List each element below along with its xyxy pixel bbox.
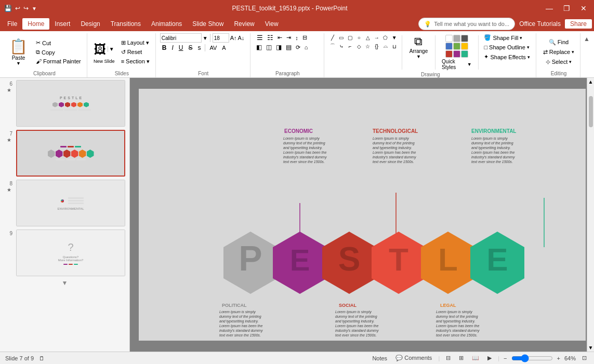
reset-button[interactable]: ↺ Reset: [118, 48, 152, 57]
menu-insert[interactable]: Insert: [49, 18, 75, 30]
arrange-button[interactable]: ⧉ Arrange ▼: [405, 33, 432, 61]
zoom-slider[interactable]: [511, 354, 553, 362]
shape-fill-button[interactable]: 🪣 Shape Fill ▾: [481, 33, 532, 42]
new-slide-dropdown[interactable]: ▼: [108, 46, 114, 52]
convert-smartart[interactable]: ⌂: [303, 44, 310, 51]
line-spacing[interactable]: ↕: [294, 34, 300, 42]
thumb-img-7[interactable]: [16, 130, 125, 177]
scroll-down-arrow[interactable]: ▼: [588, 345, 593, 350]
arrange-dropdown[interactable]: ▼: [416, 54, 421, 59]
find-button[interactable]: 🔍 Find: [546, 38, 571, 47]
shape-2[interactable]: ⌒: [328, 42, 337, 50]
char-spacing-button[interactable]: AV: [207, 44, 219, 51]
replace-button[interactable]: ⇄ Replace ▾: [540, 48, 577, 57]
notes-button[interactable]: Notes: [370, 354, 389, 362]
thumb-img-6[interactable]: P E S T L E: [16, 80, 125, 127]
numbering-button[interactable]: ☷: [266, 33, 275, 42]
indent-increase[interactable]: ⇥: [285, 34, 293, 42]
layout-button[interactable]: ⊞ Layout ▾: [118, 38, 152, 47]
columns-button[interactable]: ⊟: [301, 34, 309, 42]
font-size-decrease[interactable]: A↓: [238, 35, 245, 41]
thumb-scroll-down[interactable]: ▼: [4, 279, 125, 287]
bold-button[interactable]: B: [160, 44, 169, 52]
shape-9[interactable]: ⊔: [390, 42, 399, 50]
section-button[interactable]: ≡ Section ▾: [118, 57, 152, 66]
shape-triangle[interactable]: △: [364, 33, 372, 42]
shape-7[interactable]: {}: [373, 42, 381, 50]
shadow-button[interactable]: s: [195, 44, 203, 52]
fit-window-button[interactable]: ⊡: [580, 354, 589, 362]
redo-icon[interactable]: ↪: [23, 5, 29, 12]
menu-transitions[interactable]: Transitions: [105, 18, 146, 30]
text-direction[interactable]: ⟳: [294, 44, 302, 51]
indent-decrease[interactable]: ⇤: [276, 34, 284, 42]
copy-button[interactable]: ⧉ Copy: [33, 48, 84, 57]
shape-4[interactable]: ⌐: [346, 42, 354, 50]
quick-styles-dropdown[interactable]: ▼: [467, 62, 472, 67]
bullets-button[interactable]: ☰: [255, 33, 265, 42]
menu-animations[interactable]: Animations: [146, 18, 187, 30]
shape-outline-button[interactable]: □ Shape Outline ▾: [481, 43, 532, 51]
shape-pentagon[interactable]: ⬠: [381, 33, 390, 42]
quick-styles-button[interactable]: Quick Styles ▼: [439, 33, 475, 72]
select-button[interactable]: ⊹ Select ▾: [543, 58, 575, 66]
shape-8[interactable]: ⌓: [381, 42, 390, 50]
comments-button[interactable]: 💬 Comments: [393, 354, 434, 362]
slide-thumbnail-9[interactable]: 9 ? Questions?More Information?: [4, 230, 125, 276]
share-button[interactable]: Share: [565, 19, 592, 29]
italic-button[interactable]: I: [169, 44, 175, 52]
menu-file[interactable]: File: [2, 18, 22, 30]
justify-button[interactable]: ▤: [284, 43, 293, 51]
slide-thumbnail-8[interactable]: 8 ★ ENVIRONMENTAL: [4, 180, 125, 226]
underline-button[interactable]: U: [177, 44, 186, 52]
align-center[interactable]: ◫: [265, 43, 273, 51]
slide-thumbnail-6[interactable]: 6 ★ P E S T L E: [4, 80, 125, 127]
menu-review[interactable]: Review: [229, 18, 259, 30]
shape-6[interactable]: ☆: [364, 42, 372, 50]
paste-button[interactable]: 📋 Paste ▼: [5, 36, 32, 68]
menu-home[interactable]: Home: [22, 18, 49, 30]
align-right[interactable]: ◨: [274, 43, 283, 51]
slide-canvas[interactable]: P E S T L E ECONOMIC Lorem Ipsum is sim: [139, 89, 586, 341]
minimize-button[interactable]: —: [543, 3, 556, 14]
shape-rounded-rect[interactable]: ▢: [346, 33, 354, 42]
format-painter-button[interactable]: 🖌 Format Painter: [33, 57, 84, 65]
zoom-in-button[interactable]: +: [557, 355, 560, 361]
thumb-img-9[interactable]: ? Questions?More Information?: [16, 230, 125, 276]
shape-line[interactable]: ╱: [328, 33, 337, 42]
shape-arrow[interactable]: →: [373, 33, 381, 42]
scroll-thumb[interactable]: [589, 96, 593, 127]
paste-dropdown[interactable]: ▼: [16, 61, 21, 66]
shape-rect[interactable]: ▭: [337, 33, 346, 42]
align-left[interactable]: ◧: [255, 43, 263, 51]
shape-5[interactable]: ◇: [355, 42, 363, 50]
close-button[interactable]: ✕: [577, 3, 590, 14]
shape-more[interactable]: ▼: [390, 33, 399, 42]
slideshow-button[interactable]: ▶: [485, 354, 494, 362]
shape-3[interactable]: ⤷: [337, 42, 346, 50]
undo-icon[interactable]: ↩: [15, 5, 20, 12]
menu-slideshow[interactable]: Slide Show: [187, 18, 229, 30]
normal-view-button[interactable]: ⊟: [444, 354, 453, 362]
cut-button[interactable]: ✂ Cut: [33, 38, 84, 47]
font-dropdown[interactable]: ▼: [203, 35, 208, 41]
add-notes-icon[interactable]: 🗒: [39, 355, 45, 361]
slide-thumbnail-7[interactable]: 7 ★: [4, 130, 125, 177]
menu-view[interactable]: View: [260, 18, 284, 30]
customize-icon[interactable]: ▼: [32, 6, 37, 11]
thumb-img-8[interactable]: ENVIRONMENTAL: [16, 180, 125, 226]
tell-me-box[interactable]: 💡 Tell me what you want to do...: [418, 18, 515, 30]
font-size-increase[interactable]: A↑: [230, 35, 237, 41]
menu-design[interactable]: Design: [75, 18, 105, 30]
strikethrough-button[interactable]: S: [186, 44, 194, 52]
font-color-button[interactable]: A: [220, 44, 228, 51]
reading-view-button[interactable]: 📖: [470, 354, 481, 362]
office-tutorials-link[interactable]: Office Tutorials: [519, 20, 561, 28]
shape-oval[interactable]: ○: [355, 33, 363, 42]
font-size-input[interactable]: [213, 33, 229, 43]
font-family-input[interactable]: [160, 33, 202, 43]
slide-sorter-button[interactable]: ⊞: [457, 354, 466, 362]
scroll-up-arrow[interactable]: ▲: [588, 79, 593, 85]
shape-effects-button[interactable]: ✦ Shape Effects ▾: [481, 52, 532, 61]
save-icon[interactable]: 💾: [4, 5, 12, 12]
